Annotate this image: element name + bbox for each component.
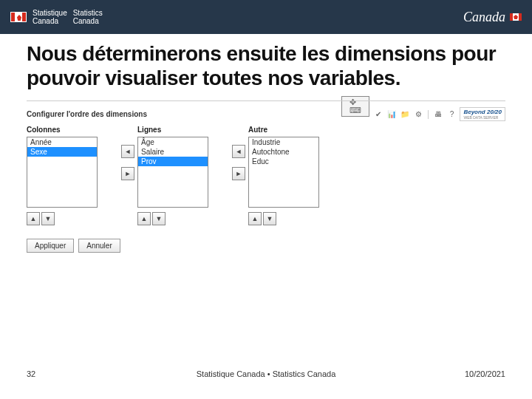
move-down-button[interactable]: ▼ — [263, 212, 276, 225]
list-item[interactable]: Âge — [138, 137, 208, 147]
org-signature: StatistiqueCanada StatisticsCanada — [10, 9, 103, 25]
app-panel: Configurer l'ordre des dimensions ✔ 📊 📁 … — [27, 100, 505, 253]
move-left-button[interactable]: ◄ — [232, 145, 245, 158]
move-up-button[interactable]: ▲ — [248, 212, 262, 225]
org-name-en: StatisticsCanada — [73, 9, 103, 25]
org-name-fr: StatistiqueCanada — [33, 9, 67, 25]
listbox-autre[interactable]: Industrie Autochtone Educ — [248, 137, 319, 208]
listbox-lignes[interactable]: Âge Salaire Prov — [137, 137, 208, 208]
slide-footer: 32 Statistique Canada • Statistics Canad… — [0, 369, 532, 378]
footer-center: Statistique Canada • Statistics Canada — [197, 369, 336, 378]
move-left-button[interactable]: ◄ — [121, 145, 134, 158]
list-item[interactable]: Industrie — [249, 137, 318, 147]
flag-icon — [10, 12, 27, 22]
move-down-button[interactable]: ▼ — [41, 212, 55, 225]
col-label-autre: Autre — [248, 126, 319, 134]
list-item[interactable]: Sexe — [27, 147, 97, 157]
brand-badge: Beyond 20/20WEB DATA SERVER — [460, 107, 505, 121]
slide-title: Nous déterminerons ensuite les dimension… — [27, 41, 505, 90]
page-number: 32 — [27, 369, 35, 378]
move-up-button[interactable]: ▲ — [27, 212, 40, 225]
cancel-button[interactable]: Annuler — [78, 239, 120, 253]
help-icon[interactable]: ? — [446, 109, 457, 120]
gov-header: StatistiqueCanada StatisticsCanada Canad… — [0, 0, 532, 34]
move-right-button[interactable]: ► — [232, 167, 245, 180]
canada-wordmark: Canada — [463, 10, 522, 25]
move-down-button[interactable]: ▼ — [152, 212, 166, 225]
list-item[interactable]: Salaire — [138, 147, 208, 157]
list-item[interactable]: Prov — [138, 157, 208, 166]
app-toolbar: ✔ 📊 📁 ⚙ 🖶 ? Beyond 20/20WEB DATA SERVER — [373, 107, 505, 121]
separator — [428, 110, 429, 119]
apply-button[interactable]: Appliquer — [27, 239, 74, 253]
col-label-lignes: Lignes — [137, 126, 208, 134]
flag-icon — [510, 13, 522, 21]
print-icon[interactable]: 🖶 — [433, 109, 443, 120]
tool-icon[interactable]: ✔ — [373, 109, 383, 120]
panel-title: Configurer l'ordre des dimensions — [27, 110, 147, 118]
col-label-colonnes: Colonnes — [27, 126, 98, 134]
list-item[interactable]: Année — [27, 137, 97, 147]
gear-icon[interactable]: ⚙ — [413, 109, 423, 120]
tool-icon[interactable]: 📊 — [386, 109, 397, 120]
list-item[interactable]: Educ — [249, 157, 318, 166]
listbox-colonnes[interactable]: Année Sexe — [27, 137, 98, 208]
move-right-button[interactable]: ► — [121, 167, 134, 180]
tool-icon[interactable]: 📁 — [400, 109, 410, 120]
footer-date: 10/20/2021 — [465, 369, 505, 378]
list-item[interactable]: Autochtone — [249, 147, 318, 157]
move-up-button[interactable]: ▲ — [137, 212, 151, 225]
